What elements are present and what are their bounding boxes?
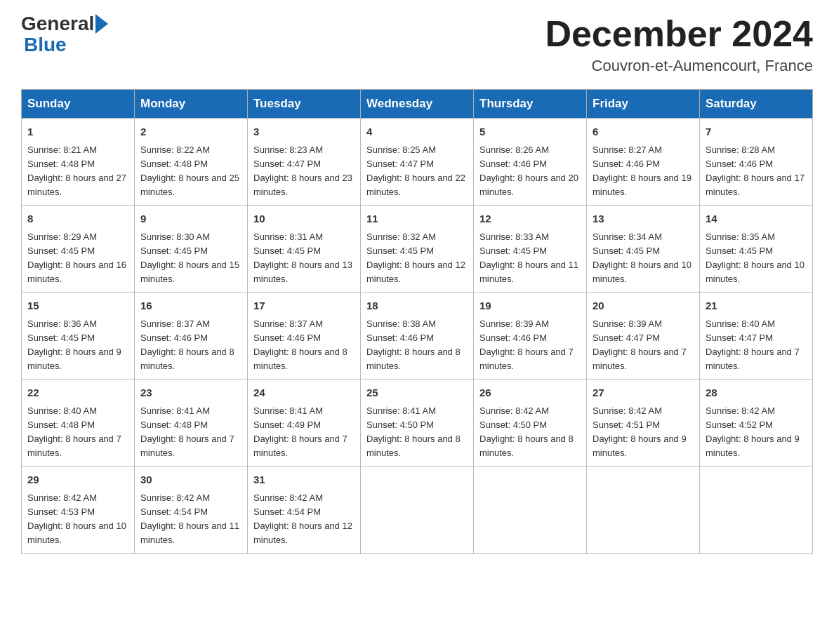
day-info: Sunrise: 8:41 AMSunset: 4:50 PMDaylight:… — [366, 405, 461, 458]
calendar-cell: 27 Sunrise: 8:42 AMSunset: 4:51 PMDaylig… — [587, 380, 700, 467]
day-number: 1 — [27, 124, 128, 140]
day-number: 18 — [366, 298, 468, 314]
calendar-cell: 2 Sunrise: 8:22 AMSunset: 4:48 PMDayligh… — [135, 119, 248, 206]
weekday-header-saturday: Saturday — [700, 90, 813, 119]
calendar-cell: 25 Sunrise: 8:41 AMSunset: 4:50 PMDaylig… — [361, 380, 474, 467]
weekday-header-monday: Monday — [135, 90, 248, 119]
calendar-cell: 13 Sunrise: 8:34 AMSunset: 4:45 PMDaylig… — [587, 206, 700, 293]
calendar-cell: 24 Sunrise: 8:41 AMSunset: 4:49 PMDaylig… — [248, 380, 361, 467]
day-info: Sunrise: 8:35 AMSunset: 4:45 PMDaylight:… — [706, 232, 805, 284]
day-number: 7 — [706, 124, 807, 140]
calendar-cell: 6 Sunrise: 8:27 AMSunset: 4:46 PMDayligh… — [587, 119, 700, 206]
calendar-cell: 20 Sunrise: 8:39 AMSunset: 4:47 PMDaylig… — [587, 293, 700, 380]
day-info: Sunrise: 8:42 AMSunset: 4:54 PMDaylight:… — [140, 492, 239, 545]
day-number: 8 — [27, 211, 128, 227]
day-info: Sunrise: 8:23 AMSunset: 4:47 PMDaylight:… — [253, 145, 352, 197]
weekday-header-sunday: Sunday — [22, 90, 135, 119]
calendar-cell: 26 Sunrise: 8:42 AMSunset: 4:50 PMDaylig… — [474, 380, 587, 467]
day-number: 29 — [27, 472, 128, 488]
calendar-cell: 1 Sunrise: 8:21 AMSunset: 4:48 PMDayligh… — [22, 119, 135, 206]
day-info: Sunrise: 8:32 AMSunset: 4:45 PMDaylight:… — [366, 232, 465, 284]
logo-blue-text: Blue — [24, 34, 67, 55]
day-number: 3 — [253, 124, 355, 140]
day-number: 14 — [706, 211, 807, 227]
day-info: Sunrise: 8:37 AMSunset: 4:46 PMDaylight:… — [253, 318, 348, 371]
day-info: Sunrise: 8:30 AMSunset: 4:45 PMDaylight:… — [140, 232, 239, 284]
calendar-week-row: 22 Sunrise: 8:40 AMSunset: 4:48 PMDaylig… — [22, 380, 813, 467]
day-info: Sunrise: 8:41 AMSunset: 4:49 PMDaylight:… — [253, 405, 348, 458]
calendar-cell: 31 Sunrise: 8:42 AMSunset: 4:54 PMDaylig… — [248, 467, 361, 554]
day-number: 25 — [366, 385, 468, 401]
day-number: 22 — [27, 385, 128, 401]
calendar-cell: 9 Sunrise: 8:30 AMSunset: 4:45 PMDayligh… — [135, 206, 248, 293]
page-header: General Blue December 2024 Couvron-et-Au… — [21, 14, 813, 75]
logo-arrow-icon — [95, 14, 108, 34]
day-info: Sunrise: 8:38 AMSunset: 4:46 PMDaylight:… — [366, 318, 461, 371]
calendar-week-row: 8 Sunrise: 8:29 AMSunset: 4:45 PMDayligh… — [22, 206, 813, 293]
calendar-cell: 29 Sunrise: 8:42 AMSunset: 4:53 PMDaylig… — [22, 467, 135, 554]
weekday-header-thursday: Thursday — [474, 90, 587, 119]
day-info: Sunrise: 8:39 AMSunset: 4:47 PMDaylight:… — [593, 318, 687, 371]
day-info: Sunrise: 8:39 AMSunset: 4:46 PMDaylight:… — [479, 318, 574, 371]
weekday-header-tuesday: Tuesday — [248, 90, 361, 119]
day-number: 15 — [27, 298, 128, 314]
calendar-cell: 12 Sunrise: 8:33 AMSunset: 4:45 PMDaylig… — [474, 206, 587, 293]
calendar-cell: 10 Sunrise: 8:31 AMSunset: 4:45 PMDaylig… — [248, 206, 361, 293]
calendar-cell: 22 Sunrise: 8:40 AMSunset: 4:48 PMDaylig… — [22, 380, 135, 467]
day-number: 26 — [479, 385, 581, 401]
calendar-cell — [700, 467, 813, 554]
day-number: 17 — [253, 298, 355, 314]
day-info: Sunrise: 8:42 AMSunset: 4:54 PMDaylight:… — [253, 492, 352, 545]
day-number: 21 — [706, 298, 807, 314]
calendar-cell: 15 Sunrise: 8:36 AMSunset: 4:45 PMDaylig… — [22, 293, 135, 380]
calendar-cell: 17 Sunrise: 8:37 AMSunset: 4:46 PMDaylig… — [248, 293, 361, 380]
month-title: December 2024 — [545, 14, 813, 54]
day-info: Sunrise: 8:25 AMSunset: 4:47 PMDaylight:… — [366, 145, 465, 197]
day-number: 9 — [140, 211, 241, 227]
day-info: Sunrise: 8:27 AMSunset: 4:46 PMDaylight:… — [593, 145, 691, 197]
day-info: Sunrise: 8:42 AMSunset: 4:51 PMDaylight:… — [593, 405, 687, 458]
day-number: 30 — [140, 472, 241, 488]
day-number: 20 — [593, 298, 694, 314]
day-info: Sunrise: 8:33 AMSunset: 4:45 PMDaylight:… — [479, 232, 578, 284]
weekday-header-friday: Friday — [587, 90, 700, 119]
day-number: 10 — [253, 211, 355, 227]
calendar-week-row: 29 Sunrise: 8:42 AMSunset: 4:53 PMDaylig… — [22, 467, 813, 554]
calendar-cell — [474, 467, 587, 554]
calendar-cell: 23 Sunrise: 8:41 AMSunset: 4:48 PMDaylig… — [135, 380, 248, 467]
calendar-cell — [361, 467, 474, 554]
day-info: Sunrise: 8:31 AMSunset: 4:45 PMDaylight:… — [253, 232, 352, 284]
day-number: 28 — [706, 385, 807, 401]
calendar-cell: 30 Sunrise: 8:42 AMSunset: 4:54 PMDaylig… — [135, 467, 248, 554]
day-info: Sunrise: 8:42 AMSunset: 4:50 PMDaylight:… — [479, 405, 574, 458]
weekday-header-row: SundayMondayTuesdayWednesdayThursdayFrid… — [22, 90, 813, 119]
day-info: Sunrise: 8:42 AMSunset: 4:53 PMDaylight:… — [27, 492, 126, 545]
day-number: 13 — [593, 211, 694, 227]
day-number: 11 — [366, 211, 468, 227]
day-number: 2 — [140, 124, 241, 140]
day-info: Sunrise: 8:26 AMSunset: 4:46 PMDaylight:… — [479, 145, 578, 197]
title-section: December 2024 Couvron-et-Aumencourt, Fra… — [545, 14, 813, 75]
calendar-cell: 7 Sunrise: 8:28 AMSunset: 4:46 PMDayligh… — [700, 119, 813, 206]
calendar-week-row: 1 Sunrise: 8:21 AMSunset: 4:48 PMDayligh… — [22, 119, 813, 206]
calendar-cell: 11 Sunrise: 8:32 AMSunset: 4:45 PMDaylig… — [361, 206, 474, 293]
day-number: 24 — [253, 385, 355, 401]
calendar-cell: 14 Sunrise: 8:35 AMSunset: 4:45 PMDaylig… — [700, 206, 813, 293]
day-number: 5 — [479, 124, 581, 140]
day-info: Sunrise: 8:29 AMSunset: 4:45 PMDaylight:… — [27, 232, 126, 284]
logo-general-text: General — [21, 14, 94, 34]
calendar-cell: 16 Sunrise: 8:37 AMSunset: 4:46 PMDaylig… — [135, 293, 248, 380]
day-number: 31 — [253, 472, 355, 488]
day-info: Sunrise: 8:40 AMSunset: 4:47 PMDaylight:… — [706, 318, 800, 371]
day-info: Sunrise: 8:21 AMSunset: 4:48 PMDaylight:… — [27, 145, 126, 197]
day-number: 27 — [593, 385, 694, 401]
calendar-cell: 18 Sunrise: 8:38 AMSunset: 4:46 PMDaylig… — [361, 293, 474, 380]
day-number: 6 — [593, 124, 694, 140]
location-title: Couvron-et-Aumencourt, France — [545, 57, 813, 75]
weekday-header-wednesday: Wednesday — [361, 90, 474, 119]
day-number: 19 — [479, 298, 581, 314]
day-info: Sunrise: 8:36 AMSunset: 4:45 PMDaylight:… — [27, 318, 121, 371]
calendar-cell: 8 Sunrise: 8:29 AMSunset: 4:45 PMDayligh… — [22, 206, 135, 293]
calendar-cell: 21 Sunrise: 8:40 AMSunset: 4:47 PMDaylig… — [700, 293, 813, 380]
day-number: 23 — [140, 385, 241, 401]
